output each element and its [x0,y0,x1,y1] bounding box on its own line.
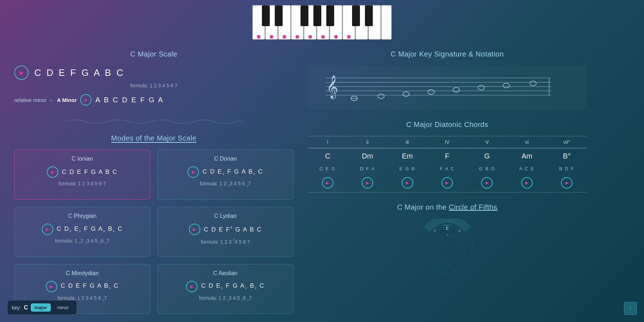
mode-scale-lydian: ▶ C D E F♯ G A B C [164,224,287,235]
svg-point-35 [403,92,409,97]
scroll-up-button[interactable]: ↑ [624,302,637,315]
svg-rect-13 [301,5,308,26]
mode-card-dorian[interactable]: C Dorian ▶ C D E♭ F G A B♭ C formula: 1 … [157,150,293,200]
numeral-iii: iii [406,139,409,145]
scroll-up-icon: ↑ [629,305,632,312]
svg-point-19 [270,35,273,39]
play-chord-Em-button[interactable]: ▶ [402,177,413,189]
play-chord-C-button[interactable]: ▶ [322,177,333,189]
chord-col-vii: vii° [547,139,587,145]
play-phrygian-button[interactable]: ▶ [42,224,53,235]
diatonic-chords-table: I ii iii IV V vi vii° C Dm Em F G Am B° [308,136,587,192]
mode-name-dorian: C Dorian [164,156,287,162]
cof-title: C Major on the Circle of Fifths [308,203,587,211]
mode-card-phrygian[interactable]: C Phrygian ▶ C D♭ E♭ F G A♭ B♭ C formula… [14,207,150,257]
play-minor-icon: ▶ [84,97,88,102]
play-icon: ▶ [406,180,409,185]
piano-container [0,0,644,43]
ionian-formula: formula: 1 2 3 4 5 6 7 [20,181,144,186]
mode-scale-aeolian: ▶ C D E♭ F G A♭ B♭ C [164,281,287,292]
chord-play-C: ▶ [308,177,347,189]
play-aeolian-button[interactable]: ▶ [186,281,197,292]
mode-name-mixolydian: C Mixolydian [20,270,144,277]
mode-card-aeolian[interactable]: C Aeolian ▶ C D E♭ F G A♭ B♭ C formula: … [157,264,293,314]
play-mixolydian-button[interactable]: ▶ [46,281,57,292]
dorian-formula: formula: 1 2 ♭3 4 5 6 ♭7 [164,181,287,188]
relative-minor-label: relative minor → [14,97,53,103]
play-chord-F-button[interactable]: ▶ [441,177,453,189]
svg-text:F: F [434,229,436,233]
svg-point-34 [378,94,384,99]
play-mixolydian-icon: ▶ [50,284,53,289]
chord-play-Dm: ▶ [347,177,387,189]
svg-point-48 [434,234,460,260]
scale-section-title: C Major Scale [14,50,293,58]
play-ionian-button[interactable]: ▶ [47,166,58,178]
play-phrygian-icon: ▶ [46,227,49,232]
play-chord-Am-button[interactable]: ▶ [521,177,533,189]
numeral-IV: IV [445,139,449,145]
chord-col-vi: vi [507,139,547,145]
chord-play-Em: ▶ [387,177,427,189]
svg-point-37 [453,88,459,92]
key-selector-value: C [24,304,28,311]
play-relative-minor-button[interactable]: ▶ [80,94,92,106]
chord-tones-Dm: D F A [347,166,387,171]
chord-name-Am: Am [507,152,547,160]
key-selector: key: C major minor [7,300,77,315]
play-chord-Dm-button[interactable]: ▶ [362,177,373,189]
relative-minor-section: relative minor → A Minor ▶ A B C D E F G… [14,94,293,106]
play-icon: ▶ [366,180,369,185]
chord-tones-Bdim: B D F [547,166,587,171]
circle-of-fifths-container: C F G a [308,219,587,276]
mode-card-lydian[interactable]: C Lydian ▶ C D E F♯ G A B C formula: 1 2… [157,207,293,257]
play-chord-G-button[interactable]: ▶ [481,177,493,189]
svg-point-38 [478,86,484,90]
play-icon: ▶ [20,70,24,75]
numeral-V: V [486,139,489,145]
chord-col-I: I [308,139,347,145]
numeral-vii: vii° [564,139,570,145]
svg-point-25 [347,35,351,39]
play-scale-button[interactable]: ▶ [14,65,29,80]
mode-card-ionian[interactable]: C Ionian ▶ C D E F G A B C formula: 1 2 … [14,150,150,200]
lydian-formula: formula: 1 2 3 ♯4 5 6 7 [164,238,287,245]
chord-col-ii: ii [347,139,387,145]
svg-point-24 [334,35,338,39]
chord-name-C: C [308,152,347,160]
play-lydian-button[interactable]: ▶ [189,224,200,235]
mode-scale-ionian: ▶ C D E F G A B C [20,166,144,178]
aeolian-formula: formula: 1 2 ♭3 4 5 ♭6 ♭7 [164,295,287,302]
piano-svg [252,4,392,43]
chord-name-Dm: Dm [347,152,387,160]
svg-point-20 [283,35,286,39]
chord-play-Am: ▶ [507,177,547,189]
svg-point-36 [428,90,434,94]
key-sig-title: C Major Key Signature & Notation [308,50,587,58]
minor-toggle-button[interactable]: minor [54,303,73,312]
chord-play-G: ▶ [467,177,507,189]
chord-tones-F: F A C [427,166,467,171]
numeral-I: I [327,139,328,145]
chord-numerals-row: I ii iii IV V vi vii° [308,136,587,148]
scale-display: ▶ C D E F G A B C [14,65,293,80]
mixolydian-notes: C D E F G A B♭ C [61,282,119,290]
svg-point-23 [321,35,325,39]
svg-rect-16 [352,5,360,26]
play-chord-Bdim-button[interactable]: ▶ [561,177,572,189]
major-toggle-button[interactable]: major [31,303,50,312]
numeral-ii: ii [366,139,369,145]
chord-tones-row: C E G D F A E G B F A C G B D A C E B D … [308,164,587,174]
svg-text:G: G [458,229,461,233]
svg-text:C: C [446,226,448,230]
play-icon: ▶ [326,180,329,185]
svg-text:𝄞: 𝄞 [326,75,338,99]
chord-col-IV: IV [427,139,467,145]
chord-name-Em: Em [387,152,427,160]
phrygian-notes: C D♭ E♭ F G A♭ B♭ C [57,225,123,233]
play-dorian-button[interactable]: ▶ [187,166,199,178]
lydian-notes: C D E F♯ G A B C [204,225,262,233]
svg-point-21 [296,35,299,39]
mode-name-ionian: C Ionian [20,156,144,162]
notation-area: 𝄞 [308,65,587,110]
